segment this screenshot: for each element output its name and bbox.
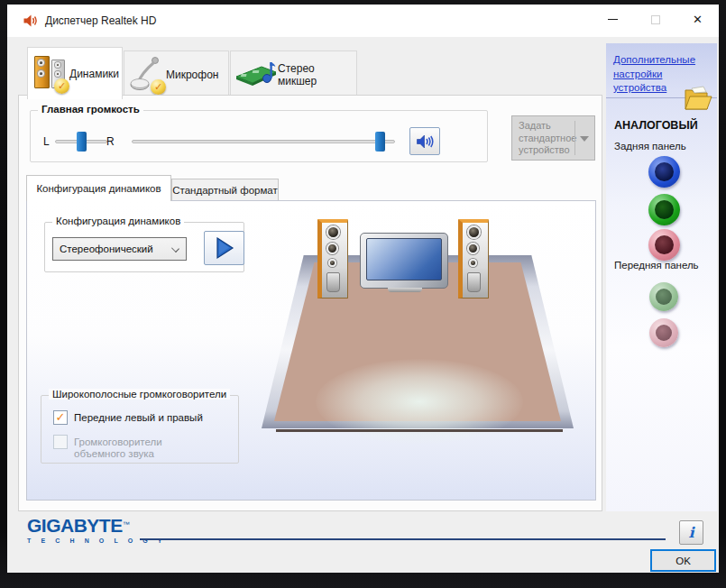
brand-trademark: ™: [123, 520, 130, 528]
volume-slider-thumb[interactable]: [375, 132, 385, 152]
balance-right-label: R: [106, 135, 115, 148]
mute-button[interactable]: [409, 127, 440, 155]
volume-slider[interactable]: [132, 140, 395, 143]
play-icon: [214, 236, 235, 260]
main-volume-label: Главная громкость: [38, 104, 143, 115]
front-left-right-label: Передние левый и правый: [74, 410, 216, 425]
checkbox-checked-icon[interactable]: ✓: [53, 410, 68, 425]
tab-speaker-configuration[interactable]: Конфигурация динамиков: [26, 175, 171, 201]
maximize-icon: [651, 15, 660, 24]
left-speaker-illustration: [317, 219, 348, 299]
speaker-configuration-group: Конфигурация динамиков Стереофонический: [44, 222, 244, 272]
tab-stereo-mixer[interactable]: Стерео микшер: [230, 51, 357, 99]
desktop-background: Диспетчер Realtek HD ✕ ✓ Динамики: [0, 0, 726, 588]
room-carpet: [274, 262, 561, 421]
back-panel-label: Задняя панель: [614, 141, 686, 152]
front-left-right-option[interactable]: ✓ Передние левый и правый: [53, 410, 216, 425]
balance-left-label: L: [43, 135, 50, 148]
front-panel-label: Передняя панель: [614, 260, 699, 271]
analog-section-title: АНАЛОГОВЫЙ: [614, 119, 698, 132]
minimize-button[interactable]: [592, 5, 634, 34]
speaker-config-select[interactable]: Стереофонический: [52, 237, 187, 261]
minimize-icon: [608, 19, 618, 20]
speakers-icon: ✓: [32, 54, 69, 94]
ok-button-label: OK: [675, 556, 691, 566]
close-icon: ✕: [693, 13, 703, 26]
connector-panel: Дополнительные настройки устройства АНАЛ…: [606, 43, 717, 511]
balance-slider-thumb[interactable]: [77, 132, 87, 152]
tab-microphone-label: Микрофон: [166, 69, 218, 81]
tab-default-format[interactable]: Стандартный формат: [171, 179, 279, 201]
test-play-button[interactable]: [204, 231, 244, 265]
ok-button[interactable]: OK: [650, 549, 716, 572]
front-green-jack[interactable]: [649, 282, 678, 311]
check-badge-icon: ✓: [54, 78, 69, 94]
titlebar: Диспетчер Realtek HD ✕: [7, 5, 719, 37]
room-floor-border: [262, 255, 574, 428]
tab-default-format-label: Стандартный формат: [172, 185, 278, 196]
main-volume-group: Главная громкость L R: [30, 110, 488, 162]
info-icon: i: [688, 524, 694, 541]
speaker-icon: [416, 133, 434, 150]
speaker-configuration-page: Конфигурация динамиков Стереофонический: [26, 200, 596, 501]
tab-speakers-label: Динамики: [69, 68, 119, 80]
pink-jack[interactable]: [648, 229, 680, 261]
room-floor-edge: [276, 429, 563, 432]
maximize-button[interactable]: [634, 5, 676, 34]
info-button[interactable]: i: [679, 520, 703, 545]
app-speaker-icon: [23, 13, 39, 29]
surround-speakers-label: Громкоговорители объемного звука: [74, 435, 216, 460]
front-pink-jack[interactable]: [649, 318, 678, 347]
button-divider: [574, 121, 575, 155]
full-range-speakers-group: Широкополосные громкоговорители ✓ Передн…: [41, 395, 239, 464]
tab-stereo-mixer-label: Стерео микшер: [278, 62, 356, 87]
speaker-configuration-group-label: Конфигурация динамиков: [52, 216, 184, 226]
set-default-device-label: Задать стандартное устройство: [519, 120, 576, 155]
full-range-group-label: Широкополосные громкоговорители: [49, 389, 230, 400]
speaker-config-selected-value: Стереофонический: [60, 243, 153, 254]
checkbox-unchecked-icon[interactable]: [53, 435, 68, 449]
blue-jack[interactable]: [648, 156, 680, 188]
set-default-device-button[interactable]: Задать стандартное устройство: [511, 115, 595, 161]
window-title: Диспетчер Realtek HD: [45, 14, 156, 27]
chevron-down-icon: [171, 244, 179, 253]
check-badge-icon: ✓: [151, 79, 166, 95]
realtek-hd-manager-window: Диспетчер Realtek HD ✕ ✓ Динамики: [7, 5, 719, 573]
soundcard-icon: [234, 55, 278, 95]
chevron-down-icon: [580, 136, 589, 142]
green-jack[interactable]: [648, 194, 680, 225]
right-speaker-illustration: [458, 219, 489, 299]
microphone-icon: ✓: [128, 55, 166, 95]
room-carpet-highlight: [316, 359, 523, 445]
close-button[interactable]: ✕: [676, 5, 719, 34]
tab-speaker-configuration-label: Конфигурация динамиков: [36, 183, 161, 194]
surround-speakers-option[interactable]: Громкоговорители объемного звука: [53, 435, 216, 460]
footer-divider-line: [140, 538, 666, 540]
monitor-illustration: [360, 233, 448, 289]
folder-icon[interactable]: [680, 86, 712, 113]
speakers-tab-content: Главная громкость L R Зада: [18, 95, 602, 511]
brand-name: GIGABYTE: [27, 515, 123, 536]
tab-microphone[interactable]: ✓ Микрофон: [124, 51, 229, 99]
tab-speakers[interactable]: ✓ Динамики: [27, 47, 123, 99]
